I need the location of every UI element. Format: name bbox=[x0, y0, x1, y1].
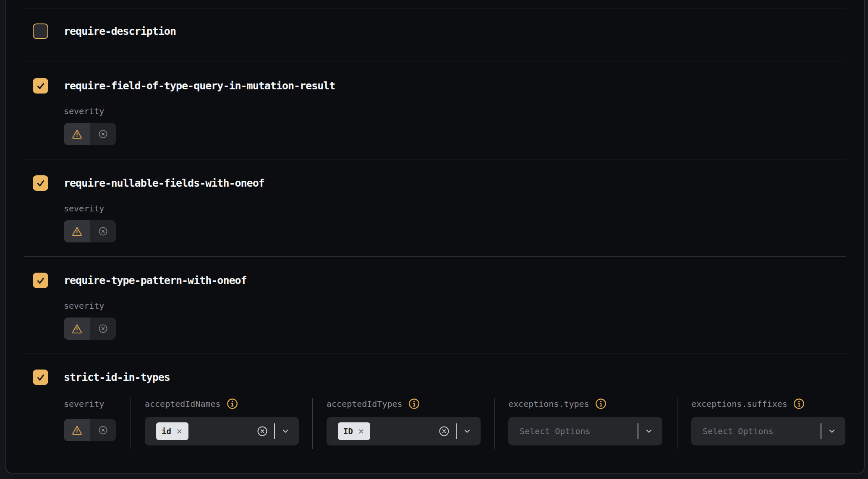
rule-title: strict-id-in-types bbox=[64, 371, 170, 383]
multiselect-exceptions-types[interactable]: Select Options bbox=[508, 417, 662, 445]
circle-x-icon bbox=[98, 425, 108, 435]
multiselect-exceptions-suffixes[interactable]: Select Options bbox=[691, 417, 845, 445]
severity-warn-button[interactable] bbox=[64, 123, 90, 145]
rules-panel: require-description require-field-of-typ… bbox=[5, 0, 865, 474]
info-icon[interactable] bbox=[793, 398, 805, 409]
select-placeholder: Select Options bbox=[520, 426, 591, 436]
option-column-acceptedIdNames: acceptedIdNames id bbox=[131, 398, 312, 449]
select-divider bbox=[638, 423, 638, 439]
circle-x-icon bbox=[98, 129, 108, 139]
check-icon bbox=[36, 81, 46, 91]
option-label: acceptedIdTypes bbox=[327, 399, 403, 409]
severity-toggle bbox=[64, 220, 116, 242]
chevron-down-icon[interactable] bbox=[644, 427, 654, 436]
option-label: exceptions.suffixes bbox=[691, 399, 787, 409]
circle-x-icon bbox=[256, 425, 268, 437]
tag-label: id bbox=[162, 427, 171, 436]
rule-checkbox[interactable] bbox=[33, 273, 48, 288]
rule-checkbox[interactable] bbox=[33, 175, 48, 191]
info-icon[interactable] bbox=[227, 398, 238, 409]
multiselect-acceptedIdNames[interactable]: id bbox=[145, 417, 299, 445]
selected-tag: id bbox=[156, 422, 188, 440]
remove-tag-icon[interactable] bbox=[176, 428, 183, 435]
severity-toggle bbox=[64, 419, 116, 441]
check-icon bbox=[36, 178, 46, 188]
severity-off-button[interactable] bbox=[90, 220, 116, 242]
info-icon[interactable] bbox=[408, 398, 420, 409]
select-divider bbox=[456, 423, 457, 439]
rule-require-description: require-description bbox=[24, 8, 846, 62]
info-icon[interactable] bbox=[595, 398, 607, 409]
check-icon bbox=[36, 276, 46, 286]
circle-x-icon bbox=[438, 425, 450, 437]
select-divider bbox=[274, 423, 275, 439]
rule-checkbox[interactable] bbox=[33, 78, 48, 94]
option-label: exceptions.types bbox=[508, 399, 589, 409]
severity-warn-button[interactable] bbox=[64, 220, 90, 242]
tag-label: ID bbox=[343, 427, 353, 436]
severity-label: severity bbox=[64, 105, 846, 117]
severity-toggle bbox=[64, 318, 116, 340]
selected-tag: ID bbox=[338, 422, 370, 440]
severity-label: severity bbox=[64, 398, 131, 409]
chevron-down-icon[interactable] bbox=[281, 427, 290, 436]
rule-strict-id-in-types: strict-id-in-types severity bbox=[24, 354, 846, 474]
rule-checkbox[interactable] bbox=[33, 370, 48, 385]
rule-title: require-nullable-fields-with-oneof bbox=[64, 177, 264, 189]
rule-title: require-description bbox=[64, 25, 176, 37]
rule-require-field-of-type-query-in-mutation-result: require-field-of-type-query-in-mutation-… bbox=[24, 62, 846, 159]
severity-off-button[interactable] bbox=[90, 419, 116, 441]
severity-column: severity bbox=[64, 398, 131, 449]
severity-label: severity bbox=[64, 300, 846, 311]
severity-warn-button[interactable] bbox=[64, 419, 90, 441]
severity-off-button[interactable] bbox=[90, 123, 116, 145]
circle-x-icon bbox=[98, 323, 108, 334]
option-column-exceptions-types: exceptions.types Select Options bbox=[494, 398, 677, 449]
clear-selection-button[interactable] bbox=[438, 425, 450, 437]
warning-triangle-icon bbox=[71, 128, 83, 140]
severity-off-button[interactable] bbox=[90, 318, 116, 340]
chevron-down-icon[interactable] bbox=[827, 427, 837, 436]
option-column-acceptedIdTypes: acceptedIdTypes ID bbox=[312, 398, 494, 449]
severity-warn-button[interactable] bbox=[64, 318, 90, 340]
circle-x-icon bbox=[98, 226, 108, 237]
rule-checkbox[interactable] bbox=[33, 23, 48, 39]
multiselect-acceptedIdTypes[interactable]: ID bbox=[327, 417, 481, 445]
rule-title: require-type-pattern-with-oneof bbox=[64, 274, 247, 286]
severity-label: severity bbox=[64, 203, 846, 214]
option-column-exceptions-suffixes: exceptions.suffixes Select Options bbox=[677, 398, 845, 449]
severity-toggle bbox=[64, 123, 116, 145]
warning-triangle-icon bbox=[71, 226, 83, 237]
remove-tag-icon[interactable] bbox=[358, 428, 365, 435]
select-divider bbox=[821, 423, 821, 439]
rule-title: require-field-of-type-query-in-mutation-… bbox=[64, 80, 335, 92]
rule-require-nullable-fields-with-oneof: require-nullable-fields-with-oneof sever… bbox=[24, 159, 846, 256]
warning-triangle-icon bbox=[71, 424, 83, 436]
chevron-down-icon[interactable] bbox=[463, 427, 472, 436]
rule-require-type-pattern-with-oneof: require-type-pattern-with-oneof severity bbox=[24, 256, 846, 354]
check-icon bbox=[36, 372, 46, 383]
select-placeholder: Select Options bbox=[703, 426, 774, 436]
option-label: acceptedIdNames bbox=[145, 399, 221, 409]
warning-triangle-icon bbox=[71, 323, 83, 334]
clear-selection-button[interactable] bbox=[256, 425, 268, 437]
